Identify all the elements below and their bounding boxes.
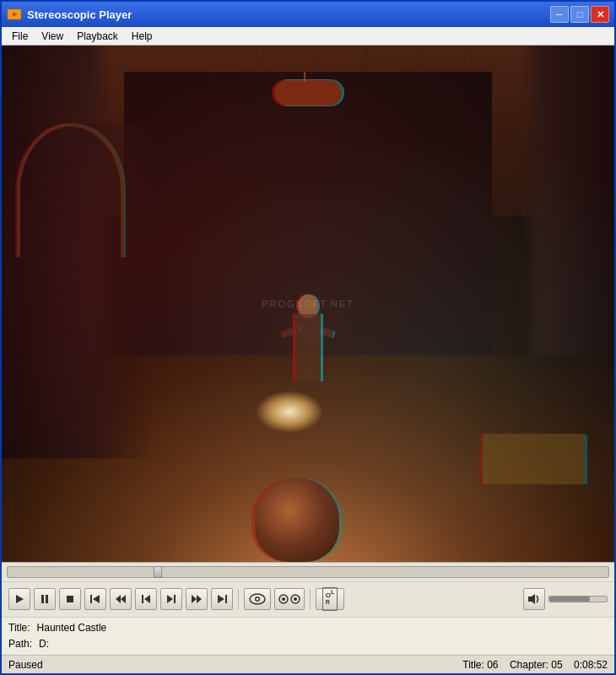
- stereo-icon: [278, 592, 301, 606]
- svg-marker-7: [93, 595, 100, 603]
- path-value: D:: [39, 636, 49, 652]
- play-button[interactable]: [8, 588, 30, 610]
- svg-rect-3: [41, 595, 44, 603]
- prev-track-button[interactable]: [84, 588, 106, 610]
- step-back-button[interactable]: [135, 588, 157, 610]
- status-bar: Paused Title: 06 Chapter: 05 0:08:52: [2, 655, 614, 673]
- title-value: Haunted Castle: [37, 620, 107, 636]
- volume-track[interactable]: [548, 596, 608, 602]
- controls-bar: OLR: [2, 581, 614, 617]
- window-controls: ─ □ ✕: [550, 6, 609, 23]
- rewind-button[interactable]: [110, 588, 132, 610]
- svg-marker-8: [121, 595, 126, 603]
- chapter-number: Chapter: 05: [510, 659, 563, 671]
- status-right: Title: 06 Chapter: 05 0:08:52: [462, 659, 608, 671]
- urn: [246, 461, 348, 562]
- minimize-button[interactable]: ─: [550, 6, 569, 23]
- urn-body: [255, 478, 339, 562]
- main-window: Stereoscopic Player ─ □ ✕ File View Play…: [0, 0, 616, 675]
- stereo-settings-button[interactable]: [274, 588, 305, 610]
- svg-marker-2: [16, 595, 24, 603]
- svg-point-20: [257, 598, 259, 601]
- svg-rect-17: [225, 595, 227, 603]
- next-track-icon: [216, 594, 228, 604]
- svg-point-22: [282, 597, 285, 601]
- lr-button[interactable]: OLR: [316, 588, 344, 610]
- step-back-icon: [140, 594, 152, 604]
- rewind-icon: [115, 594, 127, 604]
- window-title: Stereoscopic Player: [27, 8, 550, 21]
- title-bar: Stereoscopic Player ─ □ ✕: [2, 2, 614, 27]
- volume-fill: [549, 597, 590, 602]
- pause-button[interactable]: [34, 588, 56, 610]
- figure-body: [295, 314, 321, 381]
- fast-fwd-button[interactable]: [186, 588, 208, 610]
- stop-button[interactable]: [59, 588, 81, 610]
- play-icon: [14, 594, 24, 604]
- svg-point-24: [294, 597, 297, 601]
- status-text: Paused: [8, 659, 462, 671]
- lr-label: OLR: [322, 587, 338, 611]
- archway-left: [2, 123, 155, 459]
- stop-icon: [65, 594, 75, 604]
- volume-button[interactable]: [523, 588, 545, 610]
- chandelier-body: [274, 80, 342, 105]
- arch-top: [17, 123, 124, 257]
- title-number: Title: 06: [462, 659, 498, 671]
- svg-rect-11: [142, 595, 143, 603]
- path-info-line: Path: D:: [8, 636, 608, 652]
- app-icon: [7, 7, 22, 22]
- eye-icon: [248, 592, 267, 606]
- fast-fwd-icon: [191, 594, 203, 604]
- close-button[interactable]: ✕: [591, 6, 609, 23]
- svg-marker-12: [167, 595, 173, 603]
- time-display: 0:08:52: [574, 659, 608, 671]
- video-canvas: PROGSOFT.NET: [2, 46, 614, 562]
- chandelier: [257, 72, 359, 122]
- svg-rect-6: [90, 595, 92, 603]
- svg-marker-10: [144, 595, 150, 603]
- next-track-button[interactable]: [211, 588, 233, 610]
- svg-rect-5: [67, 596, 73, 602]
- video-area[interactable]: PROGSOFT.NET: [2, 46, 614, 562]
- view-mode-button[interactable]: [244, 588, 271, 610]
- menu-bar: File View Playback Help: [2, 27, 614, 46]
- separator-1: [238, 589, 239, 609]
- step-fwd-button[interactable]: [160, 588, 182, 610]
- volume-icon: [527, 593, 541, 605]
- pause-icon: [40, 594, 50, 604]
- svg-marker-16: [218, 595, 224, 603]
- furniture: [483, 434, 584, 484]
- svg-marker-14: [192, 595, 197, 603]
- svg-rect-4: [46, 595, 48, 603]
- seek-bar-thumb[interactable]: [154, 566, 162, 578]
- light-glow: [256, 391, 323, 433]
- svg-marker-25: [528, 594, 535, 604]
- menu-file[interactable]: File: [5, 29, 35, 44]
- info-bar: Title: Haunted Castle Path: D:: [2, 617, 614, 655]
- volume-area: [523, 588, 608, 610]
- menu-view[interactable]: View: [35, 29, 70, 44]
- svg-rect-13: [174, 595, 176, 603]
- title-info-line: Title: Haunted Castle: [8, 620, 608, 636]
- seek-bar-track[interactable]: [7, 566, 609, 578]
- path-label: Path:: [8, 636, 32, 652]
- menu-help[interactable]: Help: [125, 29, 159, 44]
- separator-2: [310, 589, 311, 609]
- step-fwd-icon: [165, 594, 177, 604]
- prev-track-icon: [89, 594, 101, 604]
- seek-bar-area: [2, 562, 614, 581]
- menu-playback[interactable]: Playback: [70, 29, 125, 44]
- title-label: Title:: [8, 620, 30, 636]
- title-chapter-info: Title: 06 Chapter: 05 0:08:52: [462, 659, 608, 671]
- maximize-button[interactable]: □: [570, 6, 589, 23]
- svg-marker-15: [197, 595, 202, 603]
- center-figure: [283, 272, 333, 381]
- svg-marker-9: [116, 595, 121, 603]
